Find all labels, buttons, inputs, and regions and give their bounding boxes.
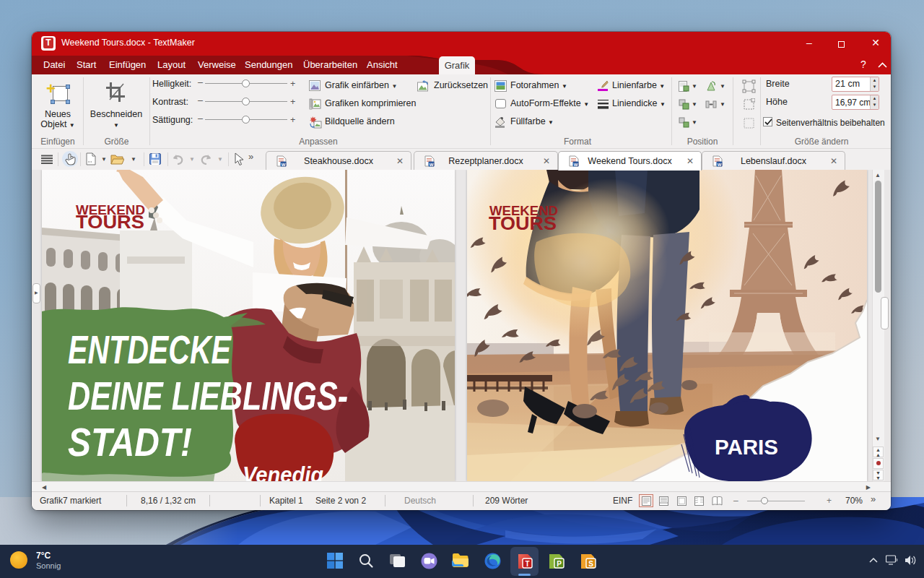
svg-text:Venedig: Venedig <box>243 462 323 481</box>
svg-text:TOURS: TOURS <box>489 213 557 233</box>
svg-text:S: S <box>588 560 593 568</box>
svg-text:PARIS: PARIS <box>715 435 778 459</box>
svg-text:ENTDECKE: ENTDECKE <box>68 327 232 372</box>
svg-text:TOURS: TOURS <box>76 212 144 232</box>
svg-text:DEINE LIEBLINGS-: DEINE LIEBLINGS- <box>68 373 348 418</box>
svg-text:STADT!: STADT! <box>68 419 192 465</box>
svg-text:T: T <box>525 560 529 568</box>
svg-text:P: P <box>557 560 562 568</box>
